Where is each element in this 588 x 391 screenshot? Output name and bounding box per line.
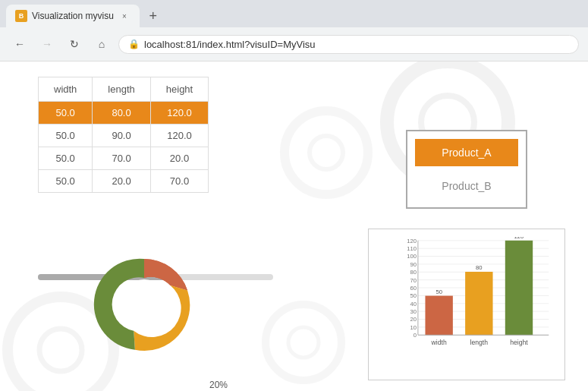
tab-label: Visualization myvisu [32, 11, 114, 21]
product-b-button[interactable]: Product_B [415, 172, 518, 200]
active-tab[interactable]: B Visualization myvisu × [6, 5, 140, 27]
donut-labels: 20% 32% 48% [68, 372, 220, 391]
product-a-button[interactable]: Product_A [415, 139, 518, 166]
svg-point-8 [119, 279, 169, 330]
data-table: width length height 50.080.0120.050.090.… [38, 77, 209, 193]
product-selector: Product_A Product_B [406, 130, 527, 209]
forward-button[interactable]: → [36, 33, 58, 55]
donut-chart-container: 20% 32% 48% [68, 240, 220, 369]
svg-text:height: height [510, 339, 528, 346]
home-button[interactable]: ⌂ [91, 33, 112, 55]
cell-height-0: 120.0 [150, 102, 208, 125]
cell-width-1: 50.0 [39, 125, 93, 147]
svg-text:120: 120 [407, 238, 417, 244]
cell-width-3: 50.0 [39, 170, 93, 193]
svg-text:length: length [470, 339, 489, 346]
lock-icon: 🔒 [128, 39, 140, 49]
svg-text:50: 50 [410, 292, 417, 299]
cell-height-3: 70.0 [150, 170, 208, 193]
col-header-height: height [150, 77, 208, 102]
svg-text:30: 30 [410, 308, 417, 315]
bar-length [465, 272, 492, 335]
browser-chrome: B Visualization myvisu × + ← → ↻ ⌂ 🔒 loc… [0, 0, 588, 61]
tab-close-button[interactable]: × [118, 10, 130, 22]
svg-text:120: 120 [514, 237, 524, 240]
svg-text:10: 10 [410, 324, 417, 331]
svg-point-7 [288, 327, 319, 358]
bar-chart-svg: 120 110 100 90 80 70 60 50 40 30 20 10 0… [395, 237, 557, 357]
donut-label-20: 20% [209, 380, 228, 390]
data-table-container: width length height 50.080.0120.050.090.… [38, 77, 209, 193]
svg-point-6 [266, 304, 341, 380]
cell-width-0: 50.0 [39, 102, 93, 125]
svg-text:60: 60 [410, 285, 417, 292]
col-header-width: width [39, 77, 93, 102]
cell-height-2: 20.0 [150, 147, 208, 170]
reload-button[interactable]: ↻ [64, 33, 85, 55]
donut-chart-svg [68, 240, 220, 369]
svg-text:50: 50 [435, 289, 442, 295]
table-row[interactable]: 50.090.0120.0 [39, 125, 209, 147]
tab-bar: B Visualization myvisu × + [0, 0, 588, 27]
svg-text:70: 70 [410, 277, 417, 284]
svg-text:0: 0 [413, 332, 417, 339]
table-row[interactable]: 50.080.0120.0 [39, 102, 209, 125]
bar-chart-container: 120 110 100 90 80 70 60 50 40 30 20 10 0… [368, 229, 565, 380]
svg-text:width: width [431, 339, 447, 346]
svg-text:80: 80 [410, 269, 417, 276]
new-tab-button[interactable]: + [143, 5, 164, 27]
bar-height [505, 241, 533, 335]
bar-width [425, 296, 452, 336]
cell-height-1: 120.0 [150, 125, 208, 147]
svg-text:110: 110 [407, 245, 417, 252]
back-button[interactable]: ← [9, 33, 30, 55]
address-bar[interactable]: 🔒 localhost:81/index.html?visuID=MyVisu [118, 35, 579, 54]
cell-width-2: 50.0 [39, 147, 93, 170]
nav-bar: ← → ↻ ⌂ 🔒 localhost:81/index.html?visuID… [0, 27, 588, 61]
table-row[interactable]: 50.020.070.0 [39, 170, 209, 193]
tab-favicon: B [15, 10, 27, 22]
svg-text:100: 100 [407, 253, 417, 260]
address-text: localhost:81/index.html?visuID=MyVisu [144, 39, 316, 50]
col-header-length: length [93, 77, 150, 102]
svg-text:80: 80 [476, 264, 483, 271]
page-content: width length height 50.080.0120.050.090.… [0, 61, 588, 391]
svg-text:20: 20 [410, 316, 417, 323]
svg-text:90: 90 [410, 261, 417, 268]
table-row[interactable]: 50.070.020.0 [39, 147, 209, 170]
svg-point-3 [310, 136, 343, 169]
svg-text:40: 40 [410, 301, 417, 307]
svg-point-2 [285, 111, 368, 194]
cell-length-3: 20.0 [93, 170, 150, 193]
cell-length-2: 70.0 [93, 147, 150, 170]
cell-length-1: 90.0 [93, 125, 150, 147]
cell-length-0: 80.0 [93, 102, 150, 125]
